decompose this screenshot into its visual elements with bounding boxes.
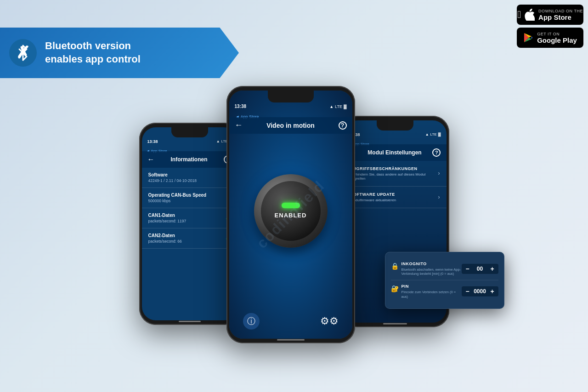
bluetooth-svg bbox=[16, 44, 30, 62]
knob-container: ENABLED bbox=[254, 174, 328, 248]
phone-right-help-button[interactable]: ? bbox=[432, 148, 441, 157]
phone-center: 13:38 ▲ LTE ▓ ◄ App Store ← Video in mot… bbox=[226, 86, 355, 343]
bluetooth-icon-container: ✗ bbox=[9, 39, 37, 67]
header-banner: ✗ Bluetooth version enables app control bbox=[0, 28, 239, 78]
appstore-main: App Store bbox=[538, 13, 583, 21]
banner-line2: enables app control bbox=[45, 53, 141, 65]
modul-item-software[interactable]: SOFTWARE UPDATE Modulfirmware aktualisie… bbox=[344, 187, 447, 208]
phone-left-screen: 13:38 ▲ LTE ▓ ◄ App Store ← Informatione… bbox=[142, 127, 237, 320]
inkognito-plus-button[interactable]: + bbox=[488, 265, 497, 273]
phone-center-screen: 13:38 ▲ LTE ▓ ◄ App Store ← Video in mot… bbox=[229, 91, 352, 339]
googleplay-main: Google Play bbox=[537, 36, 577, 44]
appstore-sub: Download on the bbox=[538, 9, 583, 13]
knob-label: ENABLED bbox=[275, 212, 307, 219]
phone-right-notch bbox=[377, 120, 413, 131]
phone-center-home-indicator bbox=[277, 339, 305, 341]
inkognito-sub: Bluetooth abschalten, wenn keine App-Ver… bbox=[401, 267, 462, 277]
phone-center-nav-title: Video in motion bbox=[266, 122, 315, 129]
phone-center-navbar: ← Video in motion ? bbox=[229, 117, 352, 134]
info-item-canbus: Operating CAN-Bus Speed 500000 kbps bbox=[142, 188, 237, 208]
knob-led bbox=[282, 203, 300, 208]
appstore-badge[interactable]:  Download on the App Store bbox=[517, 5, 583, 25]
info-item-software: Software 42249-1 / 2.11 / 04-10-2018 bbox=[142, 168, 237, 188]
phone-center-time: 13:38 bbox=[235, 104, 247, 109]
phone-right-home-indicator bbox=[383, 323, 407, 324]
phone-center-statusbar: 13:38 ▲ LTE ▓ bbox=[229, 102, 352, 111]
pin-minus-button[interactable]: − bbox=[464, 287, 472, 295]
googleplay-sub: GET IT ON bbox=[537, 32, 577, 36]
phone-left-navbar: ← Informationen ? bbox=[142, 151, 237, 168]
knob-inner: ENABLED bbox=[261, 181, 321, 241]
apple-logo-icon bbox=[525, 9, 535, 21]
google-play-icon bbox=[523, 33, 533, 43]
zugriff-chevron: › bbox=[438, 170, 440, 176]
pin-icon: 🔐 bbox=[391, 285, 399, 292]
pin-title: PIN bbox=[401, 284, 462, 289]
inkognito-icon: 🔒 bbox=[391, 262, 399, 270]
phone-left: 13:38 ▲ LTE ▓ ◄ App Store ← Informatione… bbox=[139, 123, 240, 325]
pin-sub: Pincode zum Verbinden setzen (0 = aus) bbox=[401, 290, 462, 299]
phone-left-nav-title: Informationen bbox=[171, 156, 208, 163]
inkognito-title: INKOGNITO bbox=[401, 261, 462, 266]
software-chevron: › bbox=[438, 194, 440, 200]
info-button[interactable]: ⓘ bbox=[243, 313, 260, 330]
gear-buttons: ⚙⚙ bbox=[320, 315, 339, 327]
phones-area: 13:38 ▲ LTE ▓ ◄ App Store ← Informatione… bbox=[28, 46, 560, 383]
bottom-icons: ⓘ ⚙⚙ bbox=[229, 313, 352, 330]
knob-outer[interactable]: ENABLED bbox=[254, 174, 328, 248]
phone-left-home-indicator bbox=[179, 321, 201, 322]
phone-center-notch bbox=[268, 91, 314, 102]
inkognito-minus-button[interactable]: − bbox=[464, 265, 472, 273]
phone-right: 13:38 ▲ LTE ▓ ◄ App Store ← Modul Einste… bbox=[341, 116, 449, 327]
video-motion-screen: 13:38 ▲ LTE ▓ ◄ App Store ← Video in mot… bbox=[229, 91, 352, 339]
modul-item-zugriff[interactable]: ZUGRIFFSBESCHRÄNKUNGEN Verhindern Sie, d… bbox=[344, 161, 447, 187]
popup-inkognito-row: 🔒 INKOGNITO Bluetooth abschalten, wenn k… bbox=[391, 258, 498, 281]
phone-right-nav-title: Modul Einstellungen bbox=[368, 149, 421, 156]
pin-value: 0000 bbox=[474, 288, 486, 295]
popup-card: 🔒 INKOGNITO Bluetooth abschalten, wenn k… bbox=[385, 252, 504, 309]
phone-right-statusbar: 13:38 ▲ LTE ▓ bbox=[344, 131, 447, 139]
phone-left-back-button[interactable]: ← bbox=[147, 155, 155, 164]
pin-plus-button[interactable]: + bbox=[488, 287, 497, 295]
info-item-can2: CAN2-Daten packets/second: 66 ✓ bbox=[142, 228, 237, 249]
inkognito-control: − 00 + bbox=[462, 264, 498, 274]
info-item-can1: CAN1-Daten packets/second: 1197 ✓ bbox=[142, 208, 237, 228]
apple-icon:  bbox=[517, 9, 521, 21]
pin-control: − 0000 + bbox=[462, 286, 498, 296]
banner-text: Bluetooth version enables app control bbox=[45, 40, 141, 66]
phone-center-back-button[interactable]: ← bbox=[235, 120, 243, 130]
phone-left-statusbar: 13:38 ▲ LTE ▓ bbox=[142, 137, 237, 146]
phone-center-status-icons: ▲ LTE ▓ bbox=[329, 104, 346, 109]
phone-right-status-icons: ▲ LTE ▓ bbox=[425, 132, 441, 136]
googleplay-badge[interactable]: GET IT ON Google Play bbox=[517, 28, 583, 48]
store-badges:  Download on the App Store GET IT ON Go… bbox=[517, 5, 583, 48]
phone-left-content: Software 42249-1 / 2.11 / 04-10-2018 Ope… bbox=[142, 168, 237, 320]
phone-left-notch bbox=[171, 127, 208, 137]
phone-center-help-button[interactable]: ? bbox=[339, 121, 347, 130]
svg-marker-3 bbox=[531, 36, 532, 39]
gear-icon[interactable]: ⚙⚙ bbox=[320, 315, 339, 327]
inkognito-value: 00 bbox=[474, 266, 486, 272]
phone-left-time: 13:38 bbox=[147, 139, 158, 144]
popup-pin-row: 🔐 PIN Pincode zum Verbinden setzen (0 = … bbox=[391, 280, 498, 303]
phone-right-navbar: ← Modul Einstellungen ? bbox=[344, 144, 447, 161]
banner-line1: Bluetooth version bbox=[45, 40, 131, 51]
